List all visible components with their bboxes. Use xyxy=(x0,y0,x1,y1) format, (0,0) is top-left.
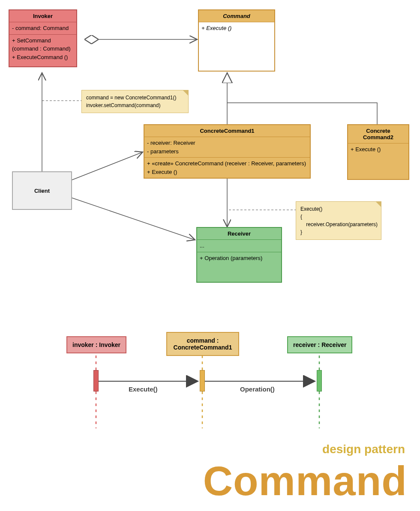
diagram-canvas: Invoker - command: Command + SetCommand … xyxy=(0,0,420,511)
note-client-create: command = new ConcreteCommand1() invoker… xyxy=(81,90,189,113)
class-concrete2-ops: + Execute () xyxy=(348,143,408,155)
note2-text: Execute() { receiver.Operation(parameter… xyxy=(300,206,378,235)
class-invoker-title: Invoker xyxy=(9,10,76,22)
class-command: Command + Execute () xyxy=(198,9,275,72)
class-command-title: Command xyxy=(199,10,274,22)
activation-invoker xyxy=(93,370,99,391)
seq-msg-operation: Operation() xyxy=(240,385,275,393)
lifeline-receiver: receiver : Receiver xyxy=(287,336,352,353)
seq-msg-execute: Execute() xyxy=(129,385,158,393)
main-title: Command xyxy=(203,457,407,505)
note1-text: command = new ConcreteCommand1() invoker… xyxy=(86,95,176,108)
class-client: Client xyxy=(12,171,72,210)
note-execute-body: Execute() { receiver.Operation(parameter… xyxy=(296,201,381,240)
class-concrete2: Concrete Command2 + Execute () xyxy=(347,124,409,180)
lifeline-invoker: invoker : Invoker xyxy=(66,336,126,353)
svg-line-4 xyxy=(72,152,143,180)
activation-command xyxy=(200,370,205,391)
class-invoker-ops: + SetCommand (command : Command) + Execu… xyxy=(9,35,76,67)
class-receiver-ops: + Operation (parameters) xyxy=(197,252,281,264)
activation-receiver xyxy=(317,370,322,391)
subtitle: design pattern xyxy=(322,442,405,456)
class-command-ops: + Execute () xyxy=(199,22,274,34)
lifeline-invoker-label: invoker : Invoker xyxy=(72,341,120,348)
class-invoker: Invoker - command: Command + SetCommand … xyxy=(9,9,77,67)
lifeline-command: command : ConcreteCommand1 xyxy=(166,332,239,356)
class-concrete1: ConcreteCommand1 - receiver: Receiver - … xyxy=(144,124,311,179)
lifeline-command-label: command : ConcreteCommand1 xyxy=(174,337,232,351)
class-concrete2-title: Concrete Command2 xyxy=(348,125,408,143)
class-client-title: Client xyxy=(34,188,50,194)
class-receiver-attrs: ... xyxy=(197,240,281,252)
svg-line-5 xyxy=(72,198,195,240)
class-concrete1-title: ConcreteCommand1 xyxy=(144,125,310,137)
class-concrete1-ops: + «create» ConcreteCommand (receiver : R… xyxy=(144,158,310,178)
class-receiver: Receiver ... + Operation (parameters) xyxy=(196,227,282,283)
lifeline-receiver-label: receiver : Receiver xyxy=(293,341,347,348)
class-invoker-attrs: - command: Command xyxy=(9,22,76,35)
class-receiver-title: Receiver xyxy=(197,228,281,240)
class-concrete1-attrs: - receiver: Receiver - parameters xyxy=(144,137,310,158)
